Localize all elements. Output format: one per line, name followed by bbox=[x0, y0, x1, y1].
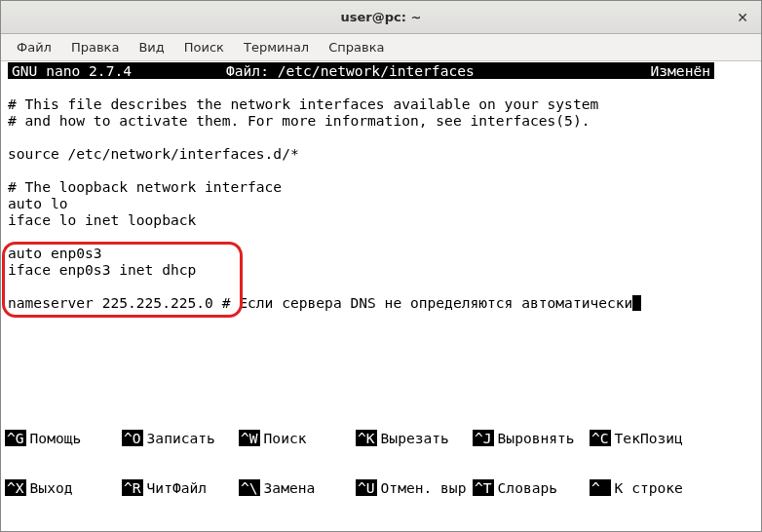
key-label: К строке bbox=[615, 479, 683, 496]
shortcut-curpos: ^CТекПозиц bbox=[590, 430, 706, 446]
editor-line: # and how to activate them. For more inf… bbox=[8, 112, 590, 129]
shortcut-spell: ^TСловарь bbox=[473, 479, 590, 496]
menu-terminal[interactable]: Терминал bbox=[234, 36, 319, 58]
shortcut-search: ^WПоиск bbox=[239, 430, 356, 446]
key: ^X bbox=[5, 479, 26, 496]
editor-line: source /etc/network/interfaces.d/* bbox=[8, 145, 299, 162]
key: ^J bbox=[473, 430, 494, 446]
menubar: Файл Правка Вид Поиск Терминал Справка bbox=[1, 34, 761, 61]
key: ^W bbox=[239, 430, 260, 446]
menu-search[interactable]: Поиск bbox=[174, 36, 234, 58]
key: ^U bbox=[356, 479, 377, 496]
shortcut-uncut: ^UОтмен. выр bbox=[356, 479, 473, 496]
key: ^\ bbox=[239, 479, 260, 496]
nano-status: Изменён bbox=[623, 62, 710, 79]
nano-version: GNU nano 2.7.4 bbox=[12, 62, 226, 79]
key-label: Помощь bbox=[30, 430, 82, 446]
key: ^K bbox=[356, 430, 377, 446]
editor-line: # This file describes the network interf… bbox=[8, 95, 598, 112]
menu-help[interactable]: Справка bbox=[319, 36, 394, 58]
key-label: ЧитФайл bbox=[147, 479, 208, 496]
shortcut-readfile: ^RЧитФайл bbox=[122, 479, 239, 496]
editor-line: nameserver 225.225.225.0 bbox=[8, 294, 213, 311]
shortcut-help: ^GПомощь bbox=[5, 430, 122, 446]
key: ^_ bbox=[590, 479, 611, 496]
terminal-window: user@pc: ~ ✕ Файл Правка Вид Поиск Терми… bbox=[0, 0, 762, 532]
shortcut-justify: ^JВыровнять bbox=[473, 430, 590, 446]
shortcut-replace: ^\Замена bbox=[239, 479, 356, 496]
key-label: ТекПозиц bbox=[615, 430, 683, 446]
cursor bbox=[632, 295, 641, 311]
editor-line: auto enp0s3 bbox=[8, 245, 102, 261]
key-label: Вырезать bbox=[381, 430, 449, 446]
key-label: Записать bbox=[147, 430, 215, 446]
key-label: Выход bbox=[30, 479, 73, 496]
menu-edit[interactable]: Правка bbox=[61, 36, 129, 58]
shortcut-exit: ^XВыход bbox=[5, 479, 122, 496]
window-title: user@pc: ~ bbox=[1, 10, 761, 24]
key-label: Выровнять bbox=[498, 430, 575, 446]
editor-content: # This file describes the network interf… bbox=[4, 79, 758, 344]
nano-header: GNU nano 2.7.4 Файл: /etc/network/interf… bbox=[8, 62, 714, 79]
titlebar: user@pc: ~ ✕ bbox=[1, 1, 761, 34]
key: ^T bbox=[473, 479, 494, 496]
key-label: Отмен. выр bbox=[381, 479, 467, 496]
menu-view[interactable]: Вид bbox=[129, 36, 173, 58]
shortcut-cut: ^KВырезать bbox=[356, 430, 473, 446]
key-label: Словарь bbox=[498, 479, 558, 496]
editor-comment: # Если сервера DNS не определяются автом… bbox=[213, 294, 633, 311]
key-label: Замена bbox=[264, 479, 316, 496]
key: ^G bbox=[5, 430, 26, 446]
key-label: Поиск bbox=[264, 430, 307, 446]
editor-line: iface lo inet loopback bbox=[8, 211, 196, 228]
editor-line: iface enp0s3 inet dhcp bbox=[8, 261, 196, 278]
menu-file[interactable]: Файл bbox=[7, 36, 61, 58]
key: ^O bbox=[122, 430, 143, 446]
terminal-area[interactable]: GNU nano 2.7.4 Файл: /etc/network/interf… bbox=[1, 61, 761, 531]
key: ^C bbox=[590, 430, 611, 446]
shortcut-gotoline: ^_К строке bbox=[590, 479, 706, 496]
editor-line: auto lo bbox=[8, 195, 68, 211]
close-icon[interactable]: ✕ bbox=[733, 8, 752, 27]
footer-row-2: ^XВыход ^RЧитФайл ^\Замена ^UОтмен. выр … bbox=[5, 479, 757, 496]
nano-file-label: Файл: /etc/network/interfaces bbox=[226, 62, 623, 79]
key: ^R bbox=[122, 479, 143, 496]
nano-footer: ^GПомощь ^OЗаписать ^WПоиск ^KВырезать ^… bbox=[5, 397, 757, 529]
editor-line: # The loopback network interface bbox=[8, 178, 282, 195]
footer-row-1: ^GПомощь ^OЗаписать ^WПоиск ^KВырезать ^… bbox=[5, 430, 757, 446]
shortcut-writeout: ^OЗаписать bbox=[122, 430, 239, 446]
